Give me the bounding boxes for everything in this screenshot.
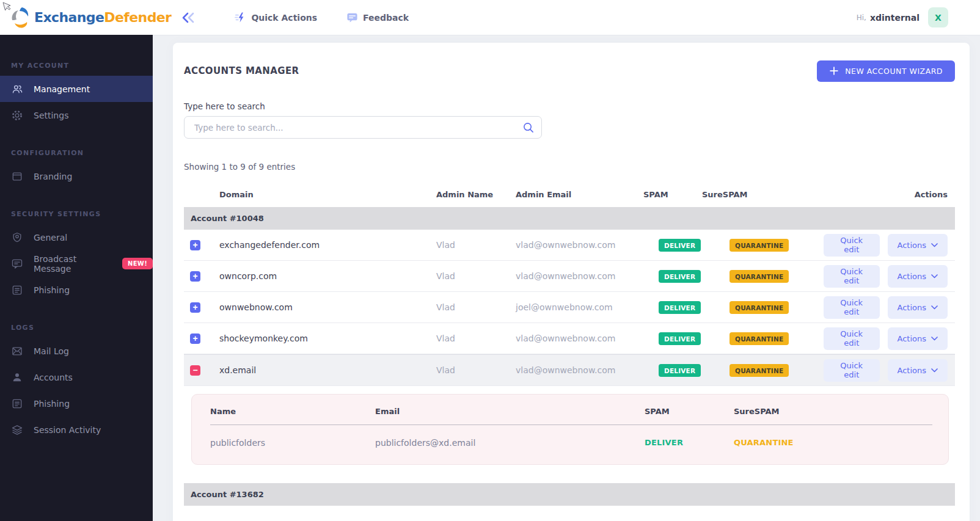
search-icon[interactable] [522, 122, 534, 133]
brand-logo: ExchangeDefender [10, 7, 171, 29]
username-text: xdinternal [870, 13, 920, 23]
shield-icon [11, 231, 23, 244]
actions-dropdown-button[interactable]: Actions [888, 327, 948, 350]
sidebar-item-settings[interactable]: Settings [0, 102, 153, 128]
user-menu: Hi, xdinternal X [857, 7, 948, 27]
quick-edit-button[interactable]: Quick edit [824, 359, 880, 382]
account-group-header: Account #10048 [184, 207, 955, 230]
header-admin-email: Admin Email [516, 190, 643, 199]
quick-edit-label: Quick edit [833, 329, 870, 348]
feedback-label: Feedback [363, 13, 409, 23]
sidebar-item-label: Branding [34, 172, 72, 181]
sidebar-item-accounts[interactable]: Accounts [0, 364, 153, 390]
surespam-status-badge: QUARANTINE [730, 364, 789, 377]
sidebar-item-session-activity[interactable]: Session Activity [0, 417, 153, 443]
showing-entries-text: Showing 1 to 9 of 9 entries [184, 162, 955, 172]
window-icon [11, 170, 23, 183]
domain-cell: xd.email [219, 365, 436, 375]
table-header-row: Domain Admin Name Admin Email SPAM SureS… [184, 181, 955, 207]
search-label: Type here to search [184, 101, 955, 111]
sidebar-section-my-account: MY ACCOUNT [0, 62, 153, 70]
new-account-wizard-button[interactable]: NEW ACCOUNT WIZARD [817, 60, 955, 82]
header-domain: Domain [219, 190, 436, 199]
expand-row-button[interactable] [190, 302, 200, 313]
chevron-down-icon [931, 274, 938, 279]
actions-dropdown-button[interactable]: Actions [888, 296, 948, 319]
collapse-row-button[interactable] [190, 365, 200, 376]
sidebar-item-label: Accounts [34, 373, 73, 382]
sidebar-item-label: Settings [34, 111, 68, 120]
sidebar-item-management[interactable]: Management [0, 76, 153, 102]
sidebar-item-label: Session Activity [34, 425, 101, 435]
accounts-manager-card: ACCOUNTS MANAGER NEW ACCOUNT WIZARD Type… [173, 43, 970, 521]
actions-dropdown-button[interactable]: Actions [888, 234, 948, 257]
subtable-email-cell: publicfolders@xd.email [375, 438, 645, 448]
sidebar-section-configuration: CONFIGURATION [0, 149, 153, 157]
admin-email-cell: vlad@ownwebnow.com [516, 365, 643, 375]
subtable-header-surespam: SureSPAM [734, 407, 932, 416]
quick-edit-button[interactable]: Quick edit [824, 234, 880, 257]
chevron-down-icon [931, 337, 938, 341]
greeting-text: Hi, [857, 13, 866, 22]
subtable-header-spam: SPAM [645, 407, 734, 416]
sidebar-collapse-button[interactable] [181, 12, 197, 24]
chevron-down-icon [931, 305, 938, 310]
sidebar-item-phishing-logs[interactable]: Phishing [0, 390, 153, 417]
sidebar-item-phishing[interactable]: Phishing [0, 277, 153, 303]
chevron-down-icon [931, 368, 938, 373]
expand-row-button[interactable] [190, 240, 200, 250]
surespam-status-badge: QUARANTINE [730, 301, 789, 314]
actions-label: Actions [898, 241, 927, 250]
subtable-surespam-cell: QUARANTINE [734, 438, 932, 448]
sidebar-item-broadcast-message[interactable]: Broadcast Message NEW! [0, 250, 153, 277]
spam-status-badge: DELIVER [659, 364, 701, 377]
sidebar-item-general[interactable]: General [0, 224, 153, 250]
main-content: ACCOUNTS MANAGER NEW ACCOUNT WIZARD Type… [153, 35, 980, 521]
subtable-row: publicfolders publicfolders@xd.email DEL… [210, 425, 932, 464]
plus-icon [829, 66, 839, 76]
double-chevron-left-icon [181, 12, 197, 24]
table-row: shockeymonkey.com Vlad vlad@ownwebnow.co… [184, 323, 955, 354]
gear-icon [11, 109, 23, 122]
subtable-header-name: Name [210, 407, 375, 416]
brand-name: ExchangeDefender [34, 10, 171, 25]
sidebar-item-branding[interactable]: Branding [0, 163, 153, 189]
quick-actions-label: Quick Actions [251, 13, 317, 23]
header-spam: SPAM [643, 190, 702, 199]
table-row: ownwebnow.com Vlad joel@ownwebnow.com DE… [184, 292, 955, 323]
bolt-icon [235, 12, 246, 23]
sidebar-item-mail-log[interactable]: Mail Log [0, 338, 153, 364]
feedback-button[interactable]: Feedback [346, 12, 409, 23]
brand-name-primary: Exchange [34, 10, 104, 25]
sidebar-section-logs: LOGS [0, 324, 153, 332]
quick-edit-label: Quick edit [833, 298, 870, 316]
expand-row-button[interactable] [190, 271, 200, 282]
quick-edit-button[interactable]: Quick edit [824, 296, 880, 319]
table-row: exchangedefender.com Vlad vlad@ownwebnow… [184, 230, 955, 261]
list-icon [11, 398, 23, 410]
actions-dropdown-button[interactable]: Actions [888, 359, 948, 382]
spam-status-badge: DELIVER [659, 270, 701, 283]
account-group-header: Account #13682 [184, 483, 955, 506]
user-icon [11, 371, 23, 384]
header-admin-name: Admin Name [436, 190, 516, 199]
actions-label: Actions [898, 334, 927, 343]
quick-actions-button[interactable]: Quick Actions [235, 12, 317, 23]
admin-name-cell: Vlad [436, 365, 516, 375]
quick-edit-label: Quick edit [833, 267, 870, 285]
avatar[interactable]: X [928, 7, 948, 27]
admin-name-cell: Vlad [436, 240, 516, 250]
brand-name-secondary: Defender [104, 10, 171, 25]
brand-mark-icon [10, 7, 32, 29]
quick-edit-button[interactable]: Quick edit [824, 327, 880, 350]
search-input[interactable] [184, 116, 542, 139]
quick-edit-button[interactable]: Quick edit [824, 265, 880, 288]
admin-name-cell: Vlad [436, 271, 516, 281]
users-icon [11, 83, 23, 95]
expand-row-button[interactable] [190, 333, 200, 344]
sidebar-section-security-settings: SECURITY SETTINGS [0, 210, 153, 218]
sidebar-item-label: Broadcast Message [34, 254, 106, 274]
sidebar-item-label: Phishing [34, 399, 70, 409]
actions-dropdown-button[interactable]: Actions [888, 265, 948, 288]
subtable-header-email: Email [375, 407, 645, 416]
